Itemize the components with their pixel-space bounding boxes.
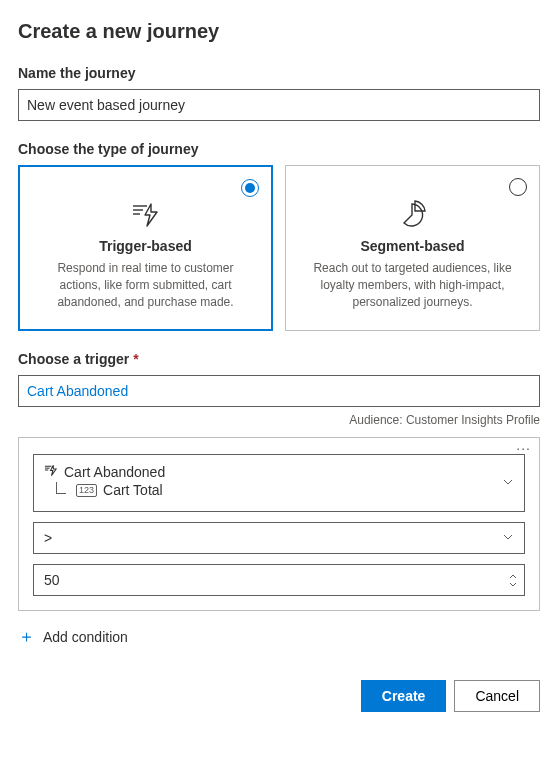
card-desc: Respond in real time to customer actions… bbox=[39, 260, 252, 310]
condition-attribute-select[interactable]: Cart Abandoned 123 Cart Total bbox=[33, 454, 525, 512]
condition-attribute-text: Cart Total bbox=[103, 482, 163, 498]
card-title: Segment-based bbox=[306, 238, 519, 254]
page-title: Create a new journey bbox=[18, 20, 540, 43]
value-text: 50 bbox=[44, 572, 60, 588]
card-desc: Reach out to targeted audiences, like lo… bbox=[306, 260, 519, 310]
lightning-small-icon bbox=[44, 463, 58, 480]
journey-type-card-segment[interactable]: Segment-based Reach out to targeted audi… bbox=[285, 165, 540, 331]
audience-text: Audience: Customer Insights Profile bbox=[18, 413, 540, 427]
add-condition-button[interactable]: ＋ Add condition bbox=[18, 625, 540, 648]
condition-operator-select[interactable]: > bbox=[33, 522, 525, 554]
operator-text: > bbox=[44, 530, 52, 546]
create-button[interactable]: Create bbox=[361, 680, 447, 712]
journey-type-card-trigger[interactable]: Trigger-based Respond in real time to cu… bbox=[18, 165, 273, 331]
plus-icon: ＋ bbox=[18, 625, 35, 648]
type-label: Choose the type of journey bbox=[18, 141, 540, 157]
name-label: Name the journey bbox=[18, 65, 540, 81]
condition-block: ··· Cart Abandoned 123 Cart Total bbox=[18, 437, 540, 611]
radio-icon bbox=[241, 179, 259, 197]
condition-value-input[interactable]: 50 bbox=[33, 564, 525, 596]
trigger-label: Choose a trigger * bbox=[18, 351, 540, 367]
chevron-down-icon bbox=[502, 475, 514, 491]
card-title: Trigger-based bbox=[39, 238, 252, 254]
journey-name-input[interactable] bbox=[18, 89, 540, 121]
chevron-down-icon bbox=[502, 530, 514, 546]
stepper-up-icon[interactable] bbox=[508, 571, 518, 580]
cancel-button[interactable]: Cancel bbox=[454, 680, 540, 712]
pie-chart-icon bbox=[306, 200, 519, 228]
required-indicator: * bbox=[133, 351, 138, 367]
radio-icon bbox=[509, 178, 527, 196]
lightning-icon bbox=[39, 200, 252, 228]
trigger-input[interactable]: Cart Abandoned bbox=[18, 375, 540, 407]
number-type-icon: 123 bbox=[76, 484, 97, 497]
condition-event-text: Cart Abandoned bbox=[64, 464, 165, 480]
stepper-down-icon[interactable] bbox=[508, 580, 518, 589]
tree-elbow-icon bbox=[56, 482, 66, 494]
